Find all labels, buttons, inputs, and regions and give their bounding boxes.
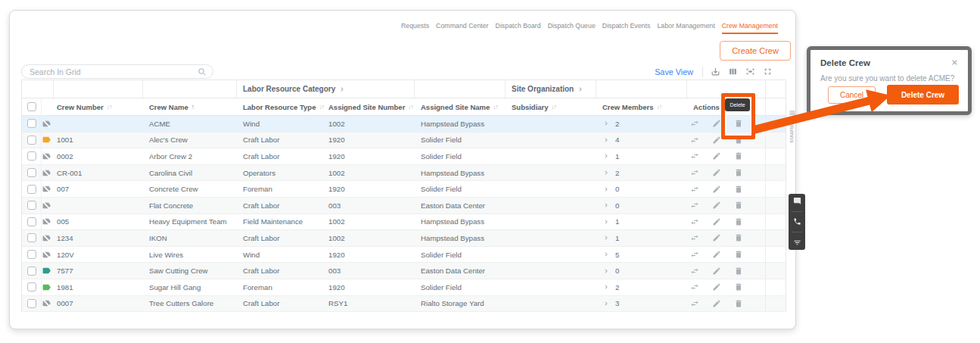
table-row[interactable]: 1234 IKON Craft Labor 1002 Hampstead Byp… xyxy=(22,230,786,247)
expand-row-icon[interactable] xyxy=(602,218,610,226)
table-row[interactable]: 005 Heavy Equipment Team Field Maintenan… xyxy=(22,214,786,231)
expand-row-icon[interactable] xyxy=(602,169,610,176)
edit-icon[interactable] xyxy=(712,282,721,292)
create-crew-button[interactable]: Create Crew xyxy=(720,41,791,61)
edit-icon[interactable] xyxy=(712,151,721,161)
column-header-crew-members[interactable]: Crew Members↓↑ xyxy=(596,98,687,115)
column-header-crew-name[interactable]: Crew Name↑ xyxy=(143,98,237,115)
expand-row-icon[interactable] xyxy=(602,120,610,127)
crew-members-cell[interactable]: 5 xyxy=(596,247,687,263)
row-checkbox[interactable] xyxy=(27,151,36,161)
edit-icon[interactable] xyxy=(712,168,721,177)
transfer-icon[interactable] xyxy=(690,217,699,226)
expand-row-icon[interactable] xyxy=(602,251,610,258)
select-all-checkbox[interactable] xyxy=(27,102,36,111)
transfer-icon[interactable] xyxy=(690,282,699,292)
transfer-icon[interactable] xyxy=(690,250,699,259)
delete-icon[interactable] xyxy=(734,217,743,226)
delete-icon[interactable] xyxy=(734,201,743,210)
row-checkbox[interactable] xyxy=(27,201,36,210)
delete-icon[interactable] xyxy=(734,233,743,242)
crew-members-cell[interactable]: 1 xyxy=(596,148,687,164)
delete-icon[interactable] xyxy=(734,168,743,177)
row-checkbox[interactable] xyxy=(27,233,36,242)
column-header-assigned-site-number[interactable]: Assigned Site Number↓↑ xyxy=(322,98,415,115)
edit-icon[interactable] xyxy=(712,201,721,210)
cancel-button[interactable]: Cancel xyxy=(828,86,876,104)
table-row[interactable]: 120V Live Wires Wind 1920 Solider Field … xyxy=(22,247,786,263)
table-row[interactable]: 1001 Alec's Crew Craft Labor 1920 Solide… xyxy=(22,133,786,149)
table-row[interactable]: CR-001 Carolina Civil Operators 1002 Ham… xyxy=(22,165,786,182)
delete-icon[interactable] xyxy=(734,250,743,259)
table-row[interactable]: 1981 Sugar Hill Gang Foreman 1920 Solide… xyxy=(22,279,786,296)
column-header-labor-resource-type[interactable]: Labor Resource Type↓↑ xyxy=(237,98,322,115)
columns-icon[interactable] xyxy=(728,67,738,76)
expand-row-icon[interactable] xyxy=(602,186,610,193)
table-row[interactable]: Flat Concrete Craft Labor 003 Easton Dat… xyxy=(22,198,786,214)
fit-width-icon[interactable] xyxy=(745,67,755,76)
expand-row-icon[interactable] xyxy=(602,152,610,160)
row-checkbox[interactable] xyxy=(27,250,36,259)
save-view-link[interactable]: Save View xyxy=(655,67,693,76)
row-checkbox[interactable] xyxy=(27,168,36,177)
delete-icon[interactable] xyxy=(734,151,743,161)
filter-icon[interactable] xyxy=(793,239,801,247)
expand-row-icon[interactable] xyxy=(602,201,610,209)
nav-tab-crew-management[interactable]: Crew Management xyxy=(722,22,778,34)
column-header-crew-number[interactable]: Crew Number↓↑ xyxy=(54,98,143,115)
nav-tab-labor-management[interactable]: Labor Management xyxy=(657,22,714,34)
nav-tab-dispatch-board[interactable]: Dispatch Board xyxy=(496,22,541,34)
delete-icon[interactable] xyxy=(734,267,743,276)
edit-icon[interactable] xyxy=(712,250,721,259)
transfer-icon[interactable] xyxy=(690,233,699,242)
delete-icon[interactable] xyxy=(734,185,743,194)
table-row[interactable]: 7577 Saw Cutting Crew Craft Labor 003 Ea… xyxy=(22,263,786,279)
edit-icon[interactable] xyxy=(712,267,721,276)
nav-tab-command-center[interactable]: Command Center xyxy=(436,22,488,34)
close-icon[interactable] xyxy=(950,58,959,67)
transfer-icon[interactable] xyxy=(690,185,699,194)
crew-members-cell[interactable]: 1 xyxy=(596,230,687,246)
row-checkbox[interactable] xyxy=(27,136,36,145)
edit-icon[interactable] xyxy=(712,233,721,242)
transfer-icon[interactable] xyxy=(690,201,699,210)
expand-row-icon[interactable] xyxy=(602,283,610,291)
crew-members-cell[interactable]: 4 xyxy=(596,133,687,148)
expand-row-icon[interactable] xyxy=(602,136,610,144)
group-site-organization[interactable]: Site Organization xyxy=(506,80,596,98)
table-row[interactable]: 0007 Tree Cutters Galore Craft Labor RSY… xyxy=(22,296,786,313)
table-row[interactable]: 0002 Arbor Crew 2 Craft Labor 1920 Solid… xyxy=(22,148,786,165)
search-input[interactable]: Search In Grid xyxy=(21,64,213,79)
edit-icon[interactable] xyxy=(712,299,721,308)
transfer-icon[interactable] xyxy=(690,136,699,145)
crew-members-cell[interactable]: 0 xyxy=(596,198,687,214)
crew-members-cell[interactable]: 2 xyxy=(596,279,687,295)
transfer-icon[interactable] xyxy=(690,168,699,177)
transfer-icon[interactable] xyxy=(690,267,699,276)
edit-icon[interactable] xyxy=(712,136,721,145)
row-checkbox[interactable] xyxy=(27,217,36,226)
transfer-icon[interactable] xyxy=(690,119,699,128)
column-header-assigned-site-name[interactable]: Assigned Site Name↓↑ xyxy=(415,98,506,115)
delete-icon[interactable] xyxy=(734,299,743,308)
row-checkbox[interactable] xyxy=(27,185,36,194)
crew-members-cell[interactable]: 3 xyxy=(596,296,687,312)
transfer-icon[interactable] xyxy=(690,299,699,308)
crew-members-cell[interactable]: 0 xyxy=(596,181,687,197)
table-row[interactable]: 007 Concrete Crew Foreman 1920 Solider F… xyxy=(22,181,786,198)
row-checkbox[interactable] xyxy=(27,299,36,308)
nav-tab-dispatch-events[interactable]: Dispatch Events xyxy=(602,22,651,34)
delete-icon[interactable] xyxy=(734,282,743,292)
edit-icon[interactable] xyxy=(712,185,721,194)
phone-icon[interactable] xyxy=(793,217,801,226)
feedback-icon[interactable] xyxy=(793,197,801,205)
edit-icon[interactable] xyxy=(712,119,721,128)
expand-row-icon[interactable] xyxy=(602,267,610,275)
crew-members-cell[interactable]: 2 xyxy=(596,165,687,181)
row-checkbox[interactable] xyxy=(27,282,36,292)
download-icon[interactable] xyxy=(711,67,720,76)
group-labor-resource-category[interactable]: Labor Resource Category xyxy=(237,80,415,98)
column-header-subsidiary[interactable]: Subsidiary↓↑ xyxy=(506,98,596,115)
columns-side-panel-tab[interactable]: Columns xyxy=(787,110,797,143)
expand-row-icon[interactable] xyxy=(602,234,610,242)
